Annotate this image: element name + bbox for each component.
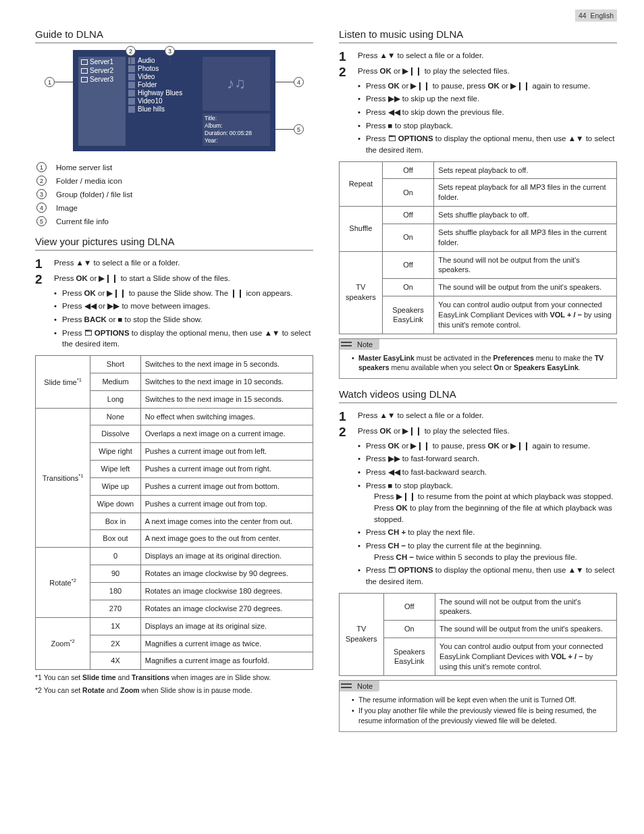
note-box-video: Note The resume information will be kept… <box>339 680 617 732</box>
note-box-music: Note Master EasyLink must be activated i… <box>339 338 617 379</box>
music-options-table: Repeat OffSets repeat playback to off. O… <box>339 161 617 334</box>
watch-videos-steps: Press ▲▼ to select a file or a folder. P… <box>339 410 617 588</box>
view-pictures-steps: Press ▲▼ to select a file or a folder. P… <box>35 257 313 350</box>
dlna-diagram: Server1 Server2 Server3 Audio Photos Vid… <box>73 50 275 151</box>
section-watch-videos: Watch videos using DLNA <box>339 388 617 403</box>
video-options-table: TV Speakers OffThe sound will not be out… <box>339 593 617 676</box>
callout-5: 5 <box>294 124 304 134</box>
diagram-server-list: Server1 Server2 Server3 <box>78 57 126 146</box>
right-column: Listen to music using DLNA Press ▲▼ to s… <box>339 28 617 739</box>
left-column: Guide to DLNA Server1 Server2 Server3 Au… <box>35 28 313 739</box>
step-2: Press OK or ▶❙❙ to play the selected fil… <box>339 425 617 587</box>
diagram-media-list: Audio Photos Video Folder Highway Blues … <box>128 57 182 146</box>
section-guide-dlna: Guide to DLNA <box>35 28 313 43</box>
diagram-info: Title: Album: Duration: 00:05:28 Year: <box>203 113 270 146</box>
footnote-2: *2 You can set Rotate and Zoom when Slid… <box>35 685 313 696</box>
diagram-thumbnail: ♪♫ <box>203 57 270 111</box>
page-number: 44 <box>579 11 587 20</box>
callout-1: 1 <box>45 77 55 87</box>
diagram-legend: 1Home server list 2Folder / media icon 3… <box>36 162 313 226</box>
step-1: Press ▲▼ to select a file or a folder. <box>35 257 313 269</box>
note-icon <box>341 682 353 690</box>
pictures-options-table: Slide time*1 ShortSwitches to the next i… <box>35 355 313 670</box>
step-1: Press ▲▼ to select a file or a folder. <box>339 50 617 61</box>
callout-2: 2 <box>126 46 136 56</box>
section-listen-music: Listen to music using DLNA <box>339 28 617 43</box>
page-header: 44 English <box>35 9 617 22</box>
listen-music-steps: Press ▲▼ to select a file or a folder. P… <box>339 50 617 156</box>
callout-4: 4 <box>294 77 304 87</box>
note-icon <box>341 340 353 348</box>
page-number-box: 44 English <box>575 9 617 22</box>
step-2: Press OK or ▶❙❙ to start a Slide show of… <box>35 273 313 350</box>
footnote-1: *1 You can set Slide time and Transition… <box>35 673 313 683</box>
page-lang: English <box>591 11 614 20</box>
callout-3: 3 <box>165 46 175 56</box>
step-1: Press ▲▼ to select a file or a folder. <box>339 410 617 421</box>
section-view-pictures: View your pictures using DLNA <box>35 236 313 251</box>
step-2: Press OK or ▶❙❙ to play the selected fil… <box>339 66 617 155</box>
